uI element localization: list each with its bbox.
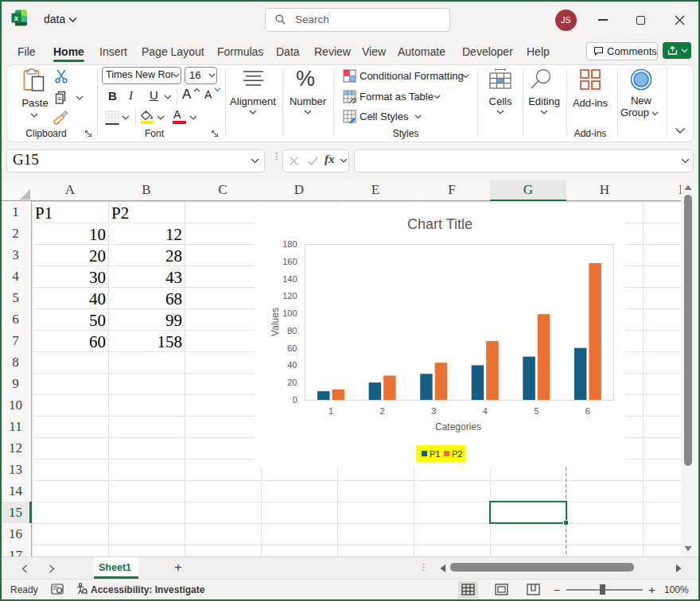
svg-text:P1: P1 [430, 449, 440, 459]
svg-text:20: 20 [287, 378, 297, 387]
svg-text:2: 2 [380, 406, 385, 416]
svg-text:60: 60 [287, 343, 297, 353]
svg-text:Chart Title: Chart Title [407, 216, 472, 232]
svg-text:80: 80 [287, 326, 297, 335]
svg-text:Categories: Categories [435, 421, 481, 432]
svg-text:180: 180 [282, 239, 297, 249]
svg-text:120: 120 [282, 291, 297, 300]
svg-text:0: 0 [292, 395, 297, 405]
svg-text:100: 100 [282, 308, 297, 318]
svg-text:5: 5 [534, 406, 539, 416]
svg-text:P2: P2 [452, 449, 462, 459]
svg-text:3: 3 [431, 406, 436, 416]
svg-text:160: 160 [282, 257, 297, 266]
svg-text:140: 140 [282, 274, 297, 284]
svg-text:Values: Values [270, 308, 281, 336]
svg-text:6: 6 [585, 406, 590, 416]
svg-text:40: 40 [287, 360, 297, 370]
svg-text:1: 1 [329, 406, 333, 416]
svg-text:4: 4 [483, 406, 488, 416]
